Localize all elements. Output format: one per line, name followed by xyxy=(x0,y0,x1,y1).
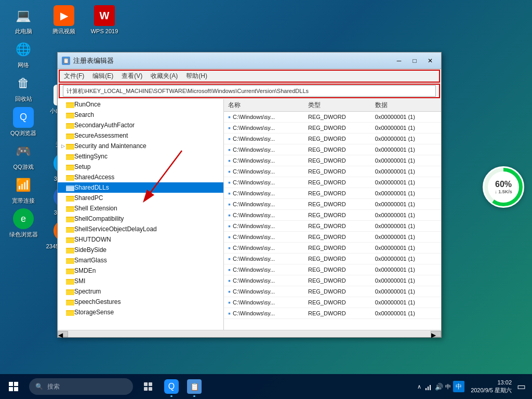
desktop-icon-network[interactable]: 🌐 网络 xyxy=(5,39,42,69)
qq-game-label: QQ游戏 xyxy=(13,164,33,170)
ime-box[interactable]: 中 xyxy=(453,381,464,392)
menu-help[interactable]: 帮助(H) xyxy=(182,71,211,82)
table-row[interactable]: C:\Windows\sy... REG_DWORD 0x00000001 (1… xyxy=(224,188,441,199)
table-row[interactable]: C:\Windows\sy... REG_DWORD 0x00000001 (1… xyxy=(224,155,441,166)
scroll-left[interactable]: ◀ xyxy=(58,331,68,337)
taskbar-qq-browser[interactable]: Q xyxy=(161,375,182,398)
show-desktop-button[interactable]: ▭ xyxy=(517,381,526,392)
folder-icon xyxy=(66,246,74,254)
cell-name: C:\Windows\sy... xyxy=(224,144,304,155)
computer-icon: 💻 xyxy=(13,5,34,26)
tree-item-shell-compat[interactable]: ShellCompatibility xyxy=(58,214,223,224)
folder-icon xyxy=(66,101,74,108)
table-row[interactable]: C:\Windows\sy... REG_DWORD 0x00000001 (1… xyxy=(224,144,441,155)
tree-item-setting-sync[interactable]: SettingSync xyxy=(58,151,223,162)
address-input[interactable] xyxy=(63,85,436,97)
menu-favorites[interactable]: 收藏夹(A) xyxy=(147,71,182,82)
cell-name: C:\Windows\sy... xyxy=(224,177,304,188)
tree-item-secondary-auth[interactable]: SecondaryAuthFactor xyxy=(58,120,223,130)
taskbar-search[interactable]: 🔍 搜索 xyxy=(29,378,133,395)
expand-icon xyxy=(60,257,66,263)
scroll-right[interactable]: ▶ xyxy=(431,331,441,337)
desktop-icon-green-browser[interactable]: e 绿色浏览器 xyxy=(5,208,42,238)
menu-view[interactable]: 查看(V) xyxy=(117,71,147,82)
tree-item-shell-extension[interactable]: Shell Extension xyxy=(58,203,223,214)
tree-item-smden[interactable]: SMDEn xyxy=(58,265,223,276)
tree-item-speech-gestures[interactable]: SpeechGestures xyxy=(58,297,223,307)
bottom-scrollbar[interactable]: ◀ ▶ xyxy=(58,330,441,337)
tree-item-search[interactable]: Search xyxy=(58,110,223,120)
tree-item-storage-sense[interactable]: StorageSense xyxy=(58,307,223,317)
table-row[interactable]: C:\Windows\sy... REG_DWORD 0x00000001 (1… xyxy=(224,199,441,210)
network-speed: ↓ 1.5K/s xyxy=(495,189,512,194)
table-row[interactable]: C:\Windows\sy... REG_DWORD 0x00000001 (1… xyxy=(224,243,441,254)
table-row[interactable]: C:\Windows\sy... REG_DWORD 0x00000001 (1… xyxy=(224,134,441,144)
volume-icon[interactable]: 🔊 xyxy=(435,383,443,391)
expand-icon xyxy=(60,226,66,232)
task-view-button[interactable] xyxy=(139,377,157,396)
recycle-icon-label: 回收站 xyxy=(15,96,32,102)
desktop-icon-tencent-video[interactable]: ▶ 腾讯视频 xyxy=(46,5,82,35)
minimize-button[interactable]: ─ xyxy=(392,55,406,66)
taskbar-reg-editor[interactable]: 📋 xyxy=(184,375,205,398)
tree-item-security-maintenance[interactable]: ▷ Security and Maintenance xyxy=(58,141,223,151)
folder-icon xyxy=(66,122,74,129)
cell-name: C:\Windows\sy... xyxy=(224,134,304,144)
cell-name: C:\Windows\sy... xyxy=(224,210,304,221)
table-row[interactable]: C:\Windows\sy... REG_DWORD 0x00000001 (1… xyxy=(224,221,441,232)
table-row[interactable]: C:\Windows\sy... REG_DWORD 0x00000001 (1… xyxy=(224,210,441,221)
language-indicator[interactable]: 中 xyxy=(445,383,451,391)
expand-icon xyxy=(60,153,66,159)
tree-item-secure-assessment[interactable]: SecureAssessment xyxy=(58,130,223,141)
tree-item-setup[interactable]: Setup xyxy=(58,162,223,172)
cell-type: REG_DWORD xyxy=(304,243,371,254)
tree-item-shared-access[interactable]: SharedAccess xyxy=(58,172,223,182)
menu-file[interactable]: 文件(F) xyxy=(60,71,88,82)
table-row[interactable]: C:\Windows\sy... REG_DWORD 0x00000001 (1… xyxy=(224,177,441,188)
tree-item-smartglass[interactable]: SmartGlass xyxy=(58,255,223,265)
table-row[interactable]: C:\Windows\sy... REG_DWORD 0x00000001 (1… xyxy=(224,254,441,264)
title-controls: ─ □ ✕ xyxy=(392,55,437,66)
network-percent: 60% xyxy=(495,180,512,189)
desktop-icon-qq-game[interactable]: 🎮 QQ游戏 xyxy=(5,141,42,170)
tree-item-sharedpc[interactable]: SharedPC xyxy=(58,193,223,203)
close-button[interactable]: ✕ xyxy=(423,55,437,66)
tree-item-shareddlls[interactable]: SharedDLLs xyxy=(58,182,223,193)
task-view-icon xyxy=(143,382,153,391)
table-row[interactable]: C:\Windows\sy... REG_DWORD 0x00000001 (1… xyxy=(224,275,441,286)
tree-item-spectrum[interactable]: Spectrum xyxy=(58,286,223,297)
cell-type: REG_DWORD xyxy=(304,166,371,177)
table-row[interactable]: C:\Windows\sy... REG_DWORD 0x00000001 (1… xyxy=(224,264,441,275)
tree-item-shell-service[interactable]: ShellServiceObjectDelayLoad xyxy=(58,224,223,234)
maximize-button[interactable]: □ xyxy=(408,55,421,66)
tree-item-sidebyside[interactable]: SideBySide xyxy=(58,245,223,255)
cell-name: C:\Windows\sy... xyxy=(224,286,304,297)
table-row[interactable]: C:\Windows\sy... REG_DWORD 0x00000001 (1… xyxy=(224,286,441,297)
menu-edit[interactable]: 编辑(E) xyxy=(88,71,117,82)
desktop-icon-wps[interactable]: W WPS 2019 xyxy=(86,5,123,35)
taskbar-pinned: Q 📋 xyxy=(161,375,205,398)
show-hidden-icons[interactable]: ∧ xyxy=(417,383,421,390)
table-row[interactable]: C:\Windows\sy... REG_DWORD 0x00000001 (1… xyxy=(224,112,441,123)
table-row[interactable]: C:\Windows\sy... REG_DWORD 0x00000001 (1… xyxy=(224,297,441,308)
expand-icon xyxy=(60,164,66,170)
tree-item-runonce[interactable]: RunOnce xyxy=(58,99,223,110)
main-content: RunOnce Search SecondaryAuthFactor Secur… xyxy=(58,99,441,330)
start-button[interactable] xyxy=(2,375,25,398)
network-icon-tray[interactable] xyxy=(423,382,433,391)
taskbar-clock[interactable]: 13:02 2020/9/5 星期六 xyxy=(471,379,512,395)
table-row[interactable]: C:\Windows\sy... REG_DWORD 0x00000001 (1… xyxy=(224,123,441,134)
table-row[interactable]: C:\Windows\sy... REG_DWORD 0x00000001 (1… xyxy=(224,166,441,177)
tree-item-shutdown[interactable]: SHUTDOWN xyxy=(58,234,223,245)
table-row[interactable]: C:\Windows\sy... REG_DWORD 0x00000001 (1… xyxy=(224,232,441,243)
desktop-icon-broadband[interactable]: 📶 宽带连接 xyxy=(5,175,42,204)
desktop-icon-qq-browser[interactable]: Q QQ浏览器 xyxy=(5,107,42,137)
table-row[interactable]: C:\Windows\sy... REG_DWORD 0x00000001 (1… xyxy=(224,308,441,319)
cell-name: C:\Windows\sy... xyxy=(224,166,304,177)
tree-item-smi[interactable]: SMI xyxy=(58,276,223,286)
desktop-icon-computer[interactable]: 💻 此电脑 xyxy=(5,5,42,35)
svg-rect-24 xyxy=(66,218,74,222)
desktop-icon-recycle[interactable]: 🗑 回收站 xyxy=(5,73,42,102)
network-inner: 60% ↓ 1.5K/s xyxy=(488,171,519,203)
app-icon: 📋 xyxy=(62,57,70,65)
